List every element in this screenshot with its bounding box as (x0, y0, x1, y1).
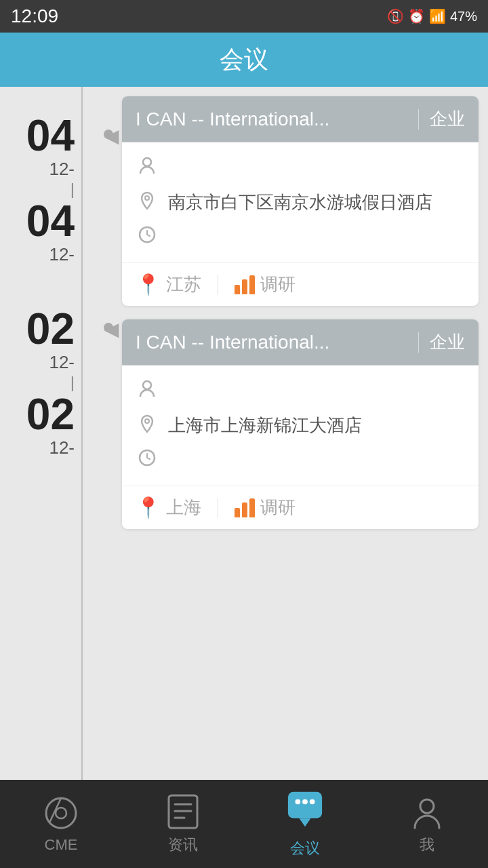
card-clock-row-1 (136, 220, 465, 254)
svg-point-3 (143, 381, 151, 389)
footer-sep-2 (218, 498, 218, 518)
card-venue-row-2: 上海市上海新锦江大酒店 (136, 408, 465, 443)
location-pin-icon-2: 📍 (136, 496, 161, 519)
clock-icon-1 (136, 225, 159, 249)
bottom-nav: CME 资讯 会议 (0, 780, 488, 868)
date-group-1: 04 12- | 04 12- ◀ (0, 100, 108, 294)
nav-item-me[interactable]: 我 (408, 793, 446, 855)
svg-point-4 (145, 419, 149, 423)
venue-icon-1 (136, 191, 159, 214)
svg-marker-17 (299, 818, 310, 827)
research-label-2: 调研 (260, 496, 296, 519)
svg-point-7 (56, 808, 66, 818)
card-body-1: 南京市白下区南京水游城假日酒店 (122, 142, 479, 263)
header: 会议 (0, 33, 488, 87)
me-nav-icon (408, 793, 446, 831)
card-header-1: I CAN -- International... 企业 (122, 96, 479, 142)
card-person-row-2 (136, 374, 465, 408)
bar2-2 (242, 502, 247, 517)
date-day-2b: 02 (26, 393, 75, 436)
signal-icon: 📵 (387, 8, 404, 24)
footer-chart-1: 调研 (235, 273, 296, 296)
me-nav-label: 我 (420, 835, 434, 855)
bar2 (242, 279, 247, 294)
card-tag-2: 企业 (430, 330, 465, 354)
card-title-2: I CAN -- International... (136, 332, 407, 353)
card-divider-2 (418, 332, 419, 353)
main-content: 04 12- | 04 12- ◀ 02 12- | 02 12- ◀ I CA… (0, 87, 488, 780)
timeline-arrow-2: ◀ (104, 318, 119, 340)
bar1-2 (235, 508, 240, 517)
status-icons: 📵 ⏰ 📶 47% (387, 8, 477, 24)
svg-point-14 (296, 799, 301, 804)
nav-item-cme[interactable]: CME (42, 794, 80, 854)
card-tag-1: 企业 (430, 107, 465, 131)
card-venue-row-1: 南京市白下区南京水游城假日酒店 (136, 185, 465, 220)
status-bar: 12:09 📵 ⏰ 📶 47% (0, 0, 488, 33)
news-nav-icon (164, 793, 202, 831)
svg-point-0 (143, 158, 151, 166)
bar1 (235, 285, 240, 294)
card-venue-text-2: 上海市上海新锦江大酒店 (168, 414, 362, 437)
bar3 (249, 275, 255, 294)
svg-point-18 (420, 800, 434, 813)
date-group-2: 02 12- | 02 12- ◀ (0, 294, 108, 487)
timeline-arrow-1: ◀ (104, 125, 119, 147)
date-month-1b: 12- (49, 244, 75, 265)
svg-point-16 (310, 799, 315, 804)
conference-nav-label: 会议 (290, 838, 320, 859)
card-title-1: I CAN -- International... (136, 108, 407, 130)
date-day-2: 02 (26, 307, 75, 351)
header-title: 会议 (220, 43, 268, 77)
card-header-2: I CAN -- International... 企业 (122, 319, 479, 366)
card-divider-1 (418, 109, 419, 130)
cards-column: I CAN -- International... 企业 (108, 87, 488, 780)
nav-item-news[interactable]: 资讯 (164, 793, 202, 855)
person-icon-2 (136, 379, 159, 403)
status-time: 12:09 (11, 5, 58, 27)
chart-icon-2 (235, 498, 255, 517)
wifi-icon: 📶 (429, 8, 446, 24)
location-text-1: 江苏 (166, 273, 201, 296)
person-icon-1 (136, 156, 159, 180)
conference-card-1[interactable]: I CAN -- International... 企业 (122, 96, 479, 306)
venue-icon-2 (136, 414, 159, 437)
conference-nav-icon (286, 789, 324, 827)
research-label-1: 调研 (260, 273, 296, 296)
cme-nav-icon (42, 794, 80, 832)
card-footer-2: 📍 上海 调研 (122, 486, 479, 529)
card-person-row-1 (136, 151, 465, 185)
date-month-2: 12- (49, 352, 75, 373)
nav-item-conference[interactable]: 会议 (286, 789, 324, 859)
card-venue-text-1: 南京市白下区南京水游城假日酒店 (168, 191, 432, 214)
clock-icon-2 (136, 448, 159, 472)
card-footer-1: 📍 江苏 调研 (122, 263, 479, 306)
location-pin-icon-1: 📍 (136, 273, 161, 296)
svg-point-1 (145, 196, 149, 200)
date-month-1: 12- (49, 159, 75, 180)
date-month-2b: 12- (49, 437, 75, 458)
chart-icon-1 (235, 275, 255, 294)
footer-location-1: 📍 江苏 (136, 273, 201, 296)
news-nav-label: 资讯 (168, 835, 198, 855)
svg-point-6 (46, 798, 76, 828)
footer-location-2: 📍 上海 (136, 496, 201, 519)
bar3-2 (249, 498, 255, 517)
svg-rect-13 (288, 792, 322, 818)
card-body-2: 上海市上海新锦江大酒店 (122, 366, 479, 486)
timeline-column: 04 12- | 04 12- ◀ 02 12- | 02 12- ◀ (0, 87, 108, 780)
date-day-1: 04 (26, 114, 75, 157)
footer-sep-1 (218, 275, 218, 295)
date-day-1b: 04 (26, 199, 75, 243)
card-clock-row-2 (136, 443, 465, 477)
alarm-icon: ⏰ (408, 8, 425, 24)
location-text-2: 上海 (166, 496, 201, 519)
battery-text: 47% (450, 9, 477, 24)
cme-nav-label: CME (45, 836, 78, 854)
svg-point-15 (302, 799, 308, 804)
footer-chart-2: 调研 (235, 496, 296, 519)
conference-card-2[interactable]: I CAN -- International... 企业 (122, 319, 479, 529)
